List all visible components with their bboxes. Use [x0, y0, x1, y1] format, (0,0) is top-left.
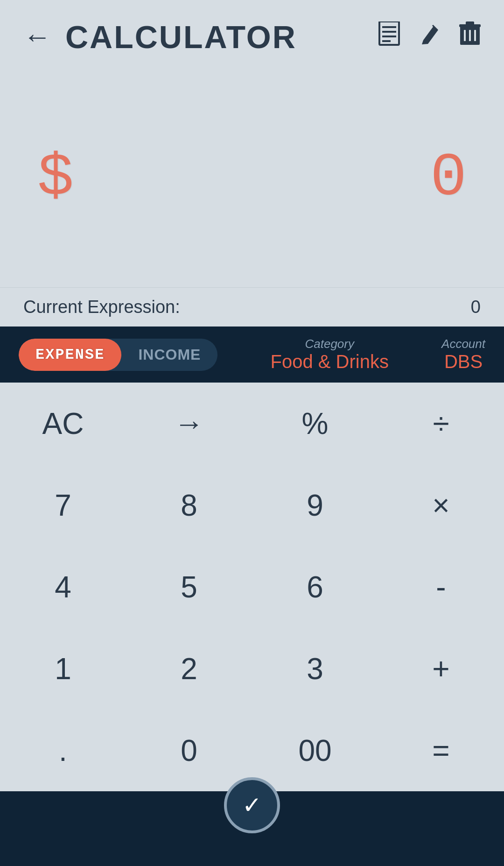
- key-5[interactable]: 5: [126, 546, 252, 628]
- svg-rect-10: [474, 30, 476, 41]
- confirm-button[interactable]: ✓: [224, 777, 280, 833]
- category-info[interactable]: Category Food & Drinks: [236, 337, 423, 372]
- expense-toggle[interactable]: EXPENSE: [19, 339, 121, 371]
- key-8[interactable]: 8: [126, 464, 252, 546]
- key-AC[interactable]: AC: [0, 383, 126, 464]
- key-3[interactable]: 3: [252, 628, 378, 710]
- key-2[interactable]: 2: [126, 628, 252, 710]
- display-area: $ 0: [0, 69, 504, 287]
- key-op[interactable]: →: [126, 383, 252, 464]
- checkmark-icon: ✓: [242, 792, 262, 819]
- key-7[interactable]: 7: [0, 464, 126, 546]
- amount-display: $ 0: [28, 144, 476, 213]
- header: ← CALCULATOR: [0, 0, 504, 69]
- back-button[interactable]: ←: [23, 23, 51, 51]
- category-label: Category: [305, 337, 354, 351]
- confirm-inner: ✓: [229, 782, 275, 829]
- key-op[interactable]: =: [378, 710, 504, 791]
- key-6[interactable]: 6: [252, 546, 378, 628]
- account-info[interactable]: Account DBS: [441, 337, 485, 372]
- key-op[interactable]: ÷: [378, 383, 504, 464]
- expression-value: 0: [471, 297, 481, 317]
- key-4[interactable]: 4: [0, 546, 126, 628]
- receipt-icon[interactable]: [378, 21, 401, 53]
- delete-icon[interactable]: [459, 21, 481, 52]
- toggle-group: EXPENSE INCOME: [19, 339, 217, 371]
- account-label: Account: [441, 337, 485, 351]
- keypad: AC→%÷789×456-123+.000=: [0, 383, 504, 791]
- category-bar: EXPENSE INCOME Category Food & Drinks Ac…: [0, 327, 504, 383]
- key-9[interactable]: 9: [252, 464, 378, 546]
- page-title: CALCULATOR: [65, 19, 378, 55]
- key-op[interactable]: %: [252, 383, 378, 464]
- svg-rect-9: [469, 30, 471, 41]
- currency-symbol: $: [37, 144, 74, 213]
- svg-rect-8: [464, 30, 466, 41]
- key-op[interactable]: -: [378, 546, 504, 628]
- account-value: DBS: [444, 351, 483, 372]
- key-1[interactable]: 1: [0, 628, 126, 710]
- svg-rect-7: [466, 21, 474, 25]
- category-value: Food & Drinks: [271, 351, 389, 372]
- key-op[interactable]: .: [0, 710, 126, 791]
- edit-icon[interactable]: [420, 22, 441, 51]
- key-00[interactable]: 00: [252, 710, 378, 791]
- key-op[interactable]: +: [378, 628, 504, 710]
- key-op[interactable]: ×: [378, 464, 504, 546]
- header-icons: [378, 21, 481, 53]
- bottom-bar: ✓: [0, 791, 504, 866]
- expression-bar: Current Expression: 0: [0, 287, 504, 327]
- amount-value: 0: [430, 144, 467, 213]
- expression-label: Current Expression:: [23, 297, 180, 317]
- key-0[interactable]: 0: [126, 710, 252, 791]
- income-toggle[interactable]: INCOME: [121, 339, 217, 371]
